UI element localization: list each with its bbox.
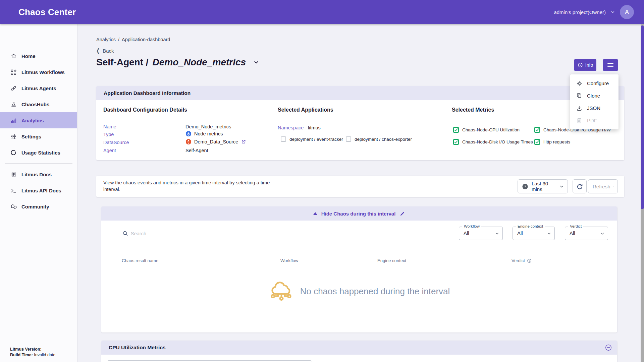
pencil-icon[interactable] — [399, 211, 405, 217]
time-range-select[interactable]: Last 30 mins — [518, 179, 568, 193]
sidebar-item-usage-statistics[interactable]: Usage Statistics — [0, 144, 77, 161]
menu-item-label: Clone — [587, 93, 600, 99]
type-value-row: Node metrics — [185, 131, 223, 137]
prometheus-icon — [185, 139, 192, 145]
usage-statistics-icon — [10, 149, 17, 156]
checkbox-checked[interactable] — [534, 139, 540, 145]
info-button[interactable]: Info — [574, 59, 596, 71]
settings-icon — [10, 133, 17, 140]
checkbox-unchecked[interactable] — [346, 136, 351, 142]
sidebar-item-settings[interactable]: Settings — [0, 128, 77, 144]
workflow-filter-select[interactable]: Workflow All — [459, 227, 503, 240]
refresh-rate-value: Refresh — [593, 184, 610, 189]
chevron-down-icon — [613, 184, 614, 189]
sidebar-footer: Litmus Version: Build Time: Invalid date — [10, 347, 55, 358]
sidebar-item-label: Litmus Workflows — [21, 69, 65, 75]
terminal-icon — [10, 187, 17, 194]
type-label: Type — [103, 132, 114, 137]
chevron-down-icon — [600, 231, 605, 236]
sidebar-item-litmus-api-docs[interactable]: Litmus API Docs — [0, 182, 77, 198]
project-selector-label[interactable]: admin's project(Owner) — [554, 9, 606, 15]
agents-icon — [10, 85, 17, 92]
chevron-left-icon: ❮ — [96, 47, 100, 54]
checkbox-checked[interactable] — [534, 127, 540, 133]
interval-card: View the chaos events and metrics in a g… — [96, 176, 624, 197]
external-link-icon[interactable] — [241, 139, 246, 144]
menu-item-label: PDF — [587, 118, 597, 123]
namespace-label: Namespace — [278, 125, 304, 130]
checkbox-checked[interactable] — [453, 127, 459, 133]
engine-context-filter-select[interactable]: Engine context All — [513, 227, 555, 240]
cpu-metrics-card: CPU Utilization Metrics — [101, 341, 617, 362]
home-icon — [10, 53, 17, 59]
clock-icon — [522, 183, 528, 190]
metric-option-label: Chaos-Node-Disk I/O Usage Times — [462, 139, 533, 144]
sidebar-item-litmus-workflows[interactable]: Litmus Workflows — [0, 64, 77, 80]
sidebar-item-analytics[interactable]: Analytics — [0, 112, 77, 128]
search-field — [122, 231, 173, 238]
chevron-down-icon — [547, 231, 551, 236]
scrollbar-thumb[interactable] — [641, 25, 644, 209]
header-right: admin's project(Owner) A — [554, 5, 634, 19]
sidebar-item-label: Litmus Docs — [21, 172, 52, 177]
menu-item-configure[interactable]: Configure — [570, 77, 619, 89]
column-verdict: Verdict — [512, 258, 532, 263]
empty-message: No chaos happened during the interval — [300, 286, 450, 297]
cpu-metrics-title: CPU Utilization Metrics — [109, 345, 166, 351]
checkbox-checked[interactable] — [453, 139, 459, 145]
sidebar: Home Litmus Workflows Litmus Agents Chao… — [0, 24, 77, 362]
chevron-down-icon[interactable] — [610, 10, 615, 14]
sidebar-item-litmus-docs[interactable]: Litmus Docs — [0, 166, 77, 182]
info-circle-icon[interactable] — [527, 258, 532, 263]
dashboard-info-card: Application Dashboard Information Dashbo… — [96, 86, 624, 160]
metric-option: Chaos-Node-Disk I/O Usage Times — [453, 139, 533, 145]
sidebar-item-home[interactable]: Home — [0, 48, 77, 64]
verdict-filter-select[interactable]: Verdict All — [565, 227, 608, 240]
refresh-button[interactable] — [573, 179, 587, 193]
sidebar-item-label: Usage Statistics — [21, 150, 60, 156]
build-time-label: Build Time: — [10, 353, 33, 357]
metric-option-label: Chaos-Node-CPU Utilization — [462, 127, 520, 132]
application-option: deployment / chaos-exporter — [346, 136, 412, 142]
sidebar-item-litmus-agents[interactable]: Litmus Agents — [0, 80, 77, 96]
workflow-filter-label: Workflow — [462, 224, 481, 228]
application-option: deployment / event-tracker — [281, 136, 343, 142]
collapse-triangle-icon — [313, 212, 317, 215]
configuration-details-title: Dashboard Configuration Details — [103, 107, 187, 113]
chevron-down-icon — [495, 231, 499, 236]
sidebar-item-label: Litmus API Docs — [21, 188, 61, 193]
sidebar-item-chaoshubs[interactable]: ChaosHubs — [0, 96, 77, 112]
sidebar-item-label: Litmus Agents — [21, 85, 56, 91]
column-chaos-result-name: Chaos result name — [122, 258, 158, 263]
more-options-button[interactable] — [603, 59, 618, 71]
page-scrollbar[interactable] — [641, 24, 644, 362]
app-header: Chaos Center admin's project(Owner) A — [0, 0, 644, 24]
clone-icon — [576, 93, 582, 99]
sidebar-item-community[interactable]: Community — [0, 198, 77, 215]
breadcrumb-analytics[interactable]: Analytics — [96, 37, 116, 42]
menu-item-pdf[interactable]: PDF — [570, 114, 619, 127]
breadcrumb: Analytics / Application-dashboard — [96, 37, 170, 42]
metric-option: Http requests — [534, 139, 570, 145]
collapse-minus-icon[interactable] — [605, 344, 612, 351]
menu-item-json[interactable]: JSON — [570, 102, 619, 114]
interval-description: View the chaos events and metrics in a g… — [103, 179, 284, 193]
avatar[interactable]: A — [620, 5, 634, 19]
breadcrumb-application-dashboard[interactable]: Application-dashboard — [122, 37, 170, 42]
verdict-filter-label: Verdict — [568, 224, 583, 228]
dashboard-switcher-chevron-icon[interactable] — [253, 59, 259, 65]
sidebar-nav: Home Litmus Workflows Litmus Agents Chao… — [0, 48, 77, 215]
checkbox-unchecked[interactable] — [281, 136, 286, 142]
sidebar-item-label: Home — [21, 53, 36, 59]
hide-chaos-toggle[interactable]: Hide Chaos during this interval — [101, 206, 617, 221]
back-button[interactable]: ❮ Back — [96, 47, 114, 54]
search-input[interactable] — [131, 231, 168, 236]
menu-item-clone[interactable]: Clone — [570, 89, 619, 102]
agent-label: Agent — [103, 148, 116, 153]
refresh-rate-select[interactable]: Refresh — [588, 179, 618, 193]
workflows-icon — [10, 69, 17, 75]
sidebar-item-label: Settings — [21, 134, 41, 139]
name-value: Demo_Node_metrics — [185, 124, 231, 129]
cpu-metrics-control-stub[interactable] — [107, 360, 312, 362]
gear-icon — [576, 80, 582, 86]
